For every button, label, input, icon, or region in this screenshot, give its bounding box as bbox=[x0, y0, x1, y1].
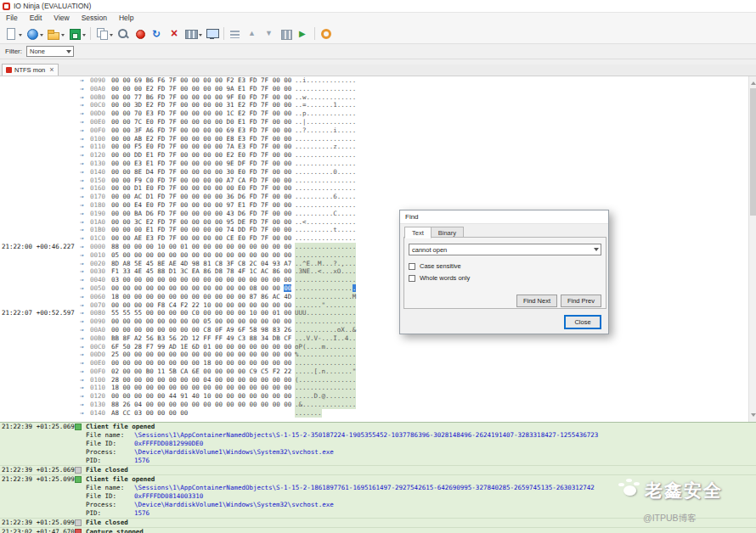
nav-up-button[interactable] bbox=[244, 25, 261, 42]
close-button[interactable]: Close bbox=[564, 315, 601, 329]
find-dialog-titlebar[interactable]: Find bbox=[400, 210, 608, 224]
hex-timestamp: 21:22:00 +00:46.227 bbox=[2, 243, 75, 251]
play-button[interactable] bbox=[295, 25, 312, 42]
hex-arrow-icon: → bbox=[80, 367, 84, 376]
hex-arrow-icon: → bbox=[80, 276, 84, 284]
log-entry[interactable]: 21:22:39 +01:25.069File closed bbox=[0, 465, 756, 474]
search-term-combobox[interactable]: cannot open bbox=[409, 244, 601, 255]
open-file-button[interactable] bbox=[45, 25, 66, 42]
scroll-down-icon[interactable] bbox=[751, 413, 756, 419]
hex-row[interactable]: →00F000 00 3F A6 FD 7F 00 00 00 00 69 E3… bbox=[0, 126, 748, 135]
hex-row[interactable]: →017000 00 AC D1 FD 7F 00 00 00 00 36 D6… bbox=[0, 193, 748, 201]
hex-row[interactable]: →013000 00 E3 E1 FD 7F 00 00 00 00 9E DF… bbox=[0, 160, 748, 168]
hex-row[interactable]: →00D000 00 70 E3 FD 7F 00 00 00 00 1C E2… bbox=[0, 109, 748, 118]
hex-row[interactable]: →00208D A8 5E 45 8E AE 4D 98 81 C8 3F C8… bbox=[0, 260, 748, 268]
hex-row[interactable]: →011000 00 F5 E0 FD 7F 00 00 00 00 7A E3… bbox=[0, 143, 748, 151]
hex-row[interactable]: →019000 00 BA D6 FD 7F 00 00 00 00 43 D6… bbox=[0, 210, 748, 218]
hex-row[interactable]: →005000 00 00 00 00 00 00 00 00 00 00 00… bbox=[0, 284, 748, 293]
menu-view[interactable]: View bbox=[48, 13, 75, 24]
menu-edit[interactable]: Edit bbox=[24, 13, 48, 24]
find-next-button[interactable]: Find Next bbox=[516, 295, 557, 307]
find-button[interactable] bbox=[115, 25, 132, 42]
hex-ascii: ................ bbox=[295, 151, 356, 160]
scrollbar-thumb[interactable] bbox=[750, 88, 756, 216]
terminal-button[interactable] bbox=[204, 25, 221, 42]
hex-row[interactable]: →006018 00 00 00 00 00 00 00 00 00 00 00… bbox=[0, 293, 748, 301]
combobox-dropdown-icon[interactable] bbox=[594, 248, 599, 254]
hex-row[interactable]: →009000 00 00 00 00 00 00 00 05 00 00 00… bbox=[0, 317, 748, 326]
log-timestamp: 21:22:39 +01:25.099 bbox=[0, 519, 73, 527]
sync-button[interactable] bbox=[149, 25, 166, 42]
new-session-button[interactable] bbox=[3, 25, 24, 42]
hex-row[interactable]: →015000 00 F9 C0 FD 7F 00 00 00 00 A7 CA… bbox=[0, 177, 748, 185]
log-detail-value: \Device\HarddiskVolume1\Windows\System32… bbox=[134, 448, 334, 457]
settings-button[interactable] bbox=[318, 25, 335, 42]
hex-arrow-icon: → bbox=[80, 143, 84, 151]
hex-row[interactable]: →004003 00 00 00 00 00 00 00 00 00 00 00… bbox=[0, 276, 748, 284]
hex-row[interactable]: →01A000 00 3C E2 FD 7F 00 00 00 00 95 DE… bbox=[0, 218, 748, 227]
hex-view[interactable]: →009000 00 69 B6 F6 7F 00 00 00 00 F2 E3… bbox=[0, 76, 748, 422]
find-prev-button[interactable]: Find Prev bbox=[561, 295, 601, 307]
case-sensitive-checkbox[interactable]: Case sensitive bbox=[409, 262, 461, 270]
copy-session-button[interactable] bbox=[93, 25, 115, 42]
hex-row[interactable]: →001005 00 00 00 00 00 00 00 00 00 00 00… bbox=[0, 251, 748, 260]
clear-button[interactable] bbox=[166, 25, 183, 42]
log-columns-button[interactable] bbox=[278, 25, 295, 42]
hex-row[interactable]: 21:22:00 +00:46.227→000088 00 00 00 10 0… bbox=[0, 243, 748, 251]
hex-row[interactable]: →016000 00 D1 E0 FD 7F 00 00 00 00 00 E0… bbox=[0, 184, 748, 193]
hex-row[interactable]: →00B000 00 77 B6 FD 7F 00 00 00 00 9F E0… bbox=[0, 93, 748, 102]
hex-offset: 00C0 bbox=[90, 343, 105, 351]
hex-row[interactable]: →012000 00 DD E1 FD 7F 00 00 00 00 E2 E0… bbox=[0, 151, 748, 160]
hex-offset: 00A0 bbox=[90, 326, 105, 334]
title-bar[interactable]: IO Ninja (EVALUATION) bbox=[0, 0, 756, 13]
toolbar bbox=[0, 24, 756, 44]
record-button[interactable] bbox=[132, 25, 149, 42]
hex-row[interactable]: →00A000 00 00 00 00 00 00 00 C8 0F A9 6F… bbox=[0, 326, 748, 334]
log-entry[interactable]: 21:22:39 +01:25.069Client file openedFil… bbox=[0, 423, 756, 465]
hex-row[interactable]: →011018 00 00 00 00 00 00 00 00 00 00 00… bbox=[0, 384, 748, 392]
nav-down-button[interactable] bbox=[261, 25, 278, 42]
hex-ascii: ................ bbox=[295, 201, 356, 210]
save-log-button[interactable] bbox=[66, 25, 87, 42]
hex-row[interactable]: →014000 00 8E D4 FD 7F 00 00 00 00 30 E0… bbox=[0, 168, 748, 177]
frames-button[interactable] bbox=[183, 25, 204, 42]
scroll-up-icon[interactable] bbox=[751, 79, 756, 85]
hex-arrow-icon: → bbox=[80, 234, 84, 243]
menu-help[interactable]: Help bbox=[113, 13, 139, 24]
hex-row[interactable]: →00D025 00 00 00 00 00 00 00 00 00 00 00… bbox=[0, 351, 748, 359]
hex-row[interactable]: →00A000 00 00 E2 FD 7F 00 00 00 00 9A E1… bbox=[0, 85, 748, 93]
hex-row[interactable]: →009000 00 69 B6 F6 7F 00 00 00 00 F2 E3… bbox=[0, 76, 748, 85]
whole-words-checkbox[interactable]: Whole words only bbox=[409, 274, 470, 282]
hex-row[interactable]: →00E000 00 00 00 00 00 00 00 18 00 00 00… bbox=[0, 359, 748, 367]
tab-ntfs-mon[interactable]: NTFS mon × bbox=[2, 64, 59, 76]
hex-row[interactable]: →0030F1 33 4E 45 88 D1 3C EA 86 D8 78 4F… bbox=[0, 267, 748, 276]
hex-row[interactable]: →01C000 00 AE E3 FD 7F 00 00 00 00 CE E0… bbox=[0, 234, 748, 243]
hex-row[interactable]: →013088 26 04 00 00 00 00 00 00 00 00 00… bbox=[0, 401, 748, 409]
hex-row[interactable]: →00B0BB 8F A2 56 B3 56 2D 12 FF FF 49 C3… bbox=[0, 334, 748, 343]
hex-row[interactable]: →012000 00 00 00 00 44 91 40 10 00 00 00… bbox=[0, 392, 748, 401]
hex-row[interactable]: →010000 00 AB E2 FD 7F 00 00 00 00 E8 E3… bbox=[0, 135, 748, 143]
hex-bytes: F1 33 4E 45 88 D1 3C EA 86 D8 78 4F 1C A… bbox=[111, 267, 291, 276]
log-list-button[interactable] bbox=[227, 25, 244, 42]
hex-row[interactable]: 21:22:07 +00:52.597→008055 55 55 00 00 0… bbox=[0, 309, 748, 317]
log-entry[interactable]: 21:23:02 +01:47.670Capture stopped bbox=[0, 527, 756, 533]
hex-row[interactable]: →0140A8 CC 03 00 00 00 00....... bbox=[0, 409, 748, 418]
hex-row[interactable]: →018000 00 E4 E0 FD 7F 00 00 00 00 97 E1… bbox=[0, 201, 748, 210]
hex-row[interactable]: →010028 00 00 00 00 00 00 00 04 00 00 00… bbox=[0, 376, 748, 384]
hex-row[interactable]: →007000 00 00 00 F8 C4 F2 22 10 00 00 00… bbox=[0, 301, 748, 310]
menu-session[interactable]: Session bbox=[76, 13, 113, 24]
hex-row[interactable]: →01B000 00 00 E1 FD 7F 00 00 00 00 74 DD… bbox=[0, 226, 748, 234]
log-detail-label: File name: bbox=[86, 484, 134, 492]
hex-ascii: ..........6..... bbox=[295, 193, 356, 201]
hex-row[interactable]: →00F002 00 00 B0 11 5B CA 6E 00 00 00 00… bbox=[0, 367, 748, 376]
vertical-scrollbar[interactable] bbox=[748, 76, 756, 422]
hex-row[interactable]: →00E000 00 7C E0 FD 7F 00 00 00 00 D0 E1… bbox=[0, 118, 748, 126]
connect-button[interactable] bbox=[24, 25, 45, 42]
menu-file[interactable]: File bbox=[0, 13, 24, 24]
hex-row[interactable]: →00C06F 50 28 F7 99 AD 1E 6D 01 00 00 00… bbox=[0, 343, 748, 351]
filter-combobox[interactable]: None bbox=[26, 46, 74, 57]
hex-offset: 00F0 bbox=[90, 367, 105, 376]
tab-text[interactable]: Text bbox=[404, 227, 432, 238]
hex-row[interactable]: →00C000 00 3D E2 FD 7F 00 00 00 00 31 E2… bbox=[0, 101, 748, 109]
tab-close-icon[interactable]: × bbox=[49, 67, 54, 73]
